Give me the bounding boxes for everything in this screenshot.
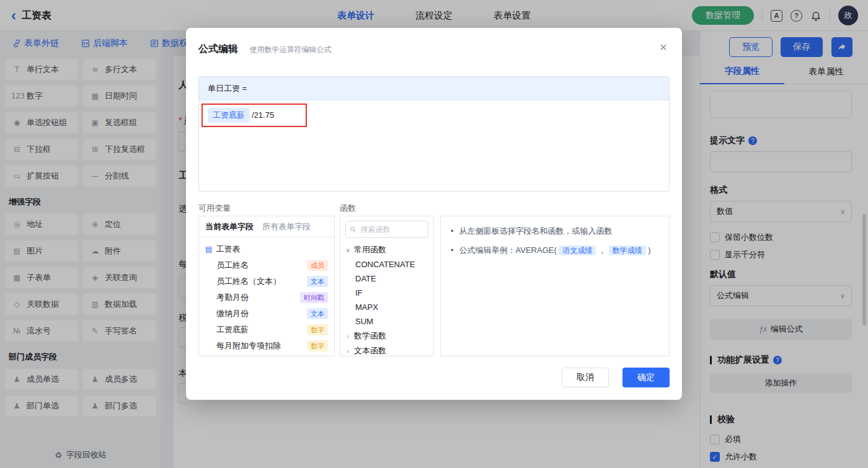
field-type-badge: 文本 — [307, 276, 328, 288]
variables-tabs: 当前表单字段 所有表单字段 — [199, 216, 334, 237]
functions-panel: ∨ 常用函数 CONCATENATE DATE IF MAPX SUM › 数学… — [340, 216, 434, 356]
field-type-badge: 数字 — [307, 324, 328, 336]
field-type-badge: 成员 — [307, 260, 328, 272]
function-item[interactable]: IF — [340, 286, 433, 300]
field-type-badge: 文本 — [307, 308, 328, 320]
modal-panels: 当前表单字段 所有表单字段 ▤ 工资表 员工姓名 成员 员工姓名（文本） 文本 — [198, 216, 670, 356]
function-group-common[interactable]: ∨ 常用函数 — [340, 242, 433, 257]
tab-all-form-fields[interactable]: 所有表单字段 — [262, 221, 311, 232]
variable-item[interactable]: 缴纳月份 文本 — [199, 306, 334, 322]
formula-editor-box: 单日工资 = 工资底薪/21.75 — [198, 76, 670, 192]
tip-line-example: •公式编辑举例：AVERAGE( 语文成绩 ， 数学成绩 ) — [451, 244, 659, 257]
function-item[interactable]: SUM — [340, 314, 433, 329]
variables-panel: 当前表单字段 所有表单字段 ▤ 工资表 员工姓名 成员 员工姓名（文本） 文本 — [198, 216, 335, 356]
chevron-right-icon: › — [345, 333, 351, 340]
cancel-button[interactable]: 取消 — [562, 368, 609, 387]
functions-label: 函数 — [340, 203, 356, 214]
annotation-highlight-box — [202, 104, 307, 127]
formula-target: 单日工资 = — [199, 77, 669, 100]
tips-panel: •从左侧面板选择字段名和函数，或输入函数 •公式编辑举例：AVERAGE( 语文… — [440, 216, 670, 356]
variables-tree: ▤ 工资表 员工姓名 成员 员工姓名（文本） 文本 考勤月份 时间戳 — [199, 237, 334, 354]
function-item[interactable]: MAPX — [340, 300, 433, 314]
chevron-down-icon: ∨ — [345, 247, 351, 254]
tab-current-form-fields[interactable]: 当前表单字段 — [205, 221, 254, 232]
modal-title: 公式编辑 — [198, 43, 238, 54]
tree-root-label: 工资表 — [216, 244, 240, 255]
document-icon: ▤ — [205, 245, 212, 254]
close-icon[interactable]: × — [660, 40, 667, 53]
variable-item[interactable]: 员工姓名 成员 — [199, 257, 334, 273]
modal-subtitle: 使用数学运算符编辑公式 — [249, 45, 331, 54]
variables-label: 可用变量 — [198, 203, 231, 214]
tip-line: •从左侧面板选择字段名和函数，或输入函数 — [451, 225, 659, 237]
chevron-right-icon: › — [345, 348, 351, 355]
app-root: ‹ 工资表 表单设计 流程设定 表单设置 数据管理 A ? 政 表单外链 后端 — [0, 0, 868, 468]
function-search-input[interactable] — [359, 224, 424, 234]
function-item[interactable]: CONCATENATE — [340, 257, 433, 272]
function-item[interactable]: DATE — [340, 272, 433, 286]
bullet-icon: • — [451, 226, 454, 236]
function-group-label: 数学函数 — [354, 330, 386, 342]
tree-root-form[interactable]: ▤ 工资表 — [199, 241, 334, 257]
field-type-badge: 数字 — [307, 340, 328, 352]
formula-input-area[interactable]: 工资底薪/21.75 — [199, 100, 669, 191]
search-icon — [350, 226, 356, 233]
function-group-text[interactable]: › 文本函数 — [340, 343, 433, 356]
confirm-button[interactable]: 确定 — [622, 368, 670, 387]
variable-item[interactable]: 员工姓名（文本） 文本 — [199, 273, 334, 289]
variable-item[interactable]: 考勤月份 时间戳 — [199, 289, 334, 306]
function-group-math[interactable]: › 数学函数 — [340, 329, 433, 343]
function-group-label: 常用函数 — [354, 244, 386, 255]
modal-header: 公式编辑 使用数学运算符编辑公式 × — [186, 28, 682, 65]
example-field-chip: 语文成绩 — [559, 245, 596, 255]
field-type-badge: 时间戳 — [300, 292, 328, 304]
function-group-label: 文本函数 — [354, 345, 386, 356]
formula-editor-modal: 公式编辑 使用数学运算符编辑公式 × 单日工资 = 工资底薪/21.75 可用变… — [186, 28, 682, 400]
variable-item[interactable]: 每月附加专项扣除 数字 — [199, 338, 334, 354]
example-field-chip: 数学成绩 — [609, 245, 646, 255]
function-search[interactable] — [345, 221, 428, 238]
bullet-icon: • — [451, 245, 454, 255]
variable-item[interactable]: 工资底薪 数字 — [199, 322, 334, 338]
